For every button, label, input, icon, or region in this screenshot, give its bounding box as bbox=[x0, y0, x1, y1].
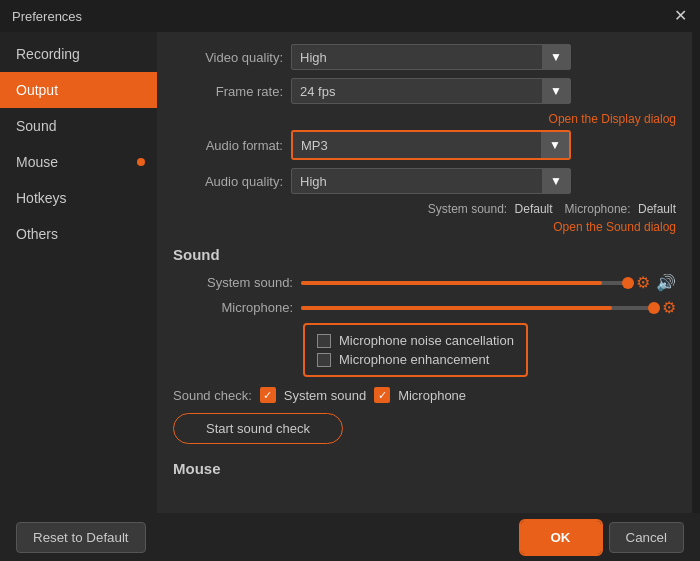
frame-rate-value: 24 fps bbox=[292, 84, 542, 99]
cancel-button[interactable]: Cancel bbox=[609, 522, 685, 553]
audio-format-box: MP3 ▼ bbox=[291, 130, 571, 160]
mouse-section-title: Mouse bbox=[173, 460, 676, 477]
audio-format-value: MP3 bbox=[293, 138, 541, 153]
bottom-bar: Reset to Default OK Cancel bbox=[0, 513, 700, 561]
sidebar-item-label: Recording bbox=[16, 46, 80, 62]
system-sound-icons: ⚙ 🔊 bbox=[636, 273, 676, 292]
audio-quality-value: High bbox=[292, 174, 542, 189]
open-sound-dialog-link[interactable]: Open the Sound dialog bbox=[553, 220, 676, 234]
video-quality-label: Video quality: bbox=[173, 50, 283, 65]
window-title: Preferences bbox=[12, 9, 82, 24]
sidebar-item-label: Sound bbox=[16, 118, 56, 134]
gear-icon[interactable]: ⚙ bbox=[662, 298, 676, 317]
noise-cancellation-label: Microphone noise cancellation bbox=[339, 333, 514, 348]
chevron-down-icon: ▼ bbox=[542, 169, 570, 193]
system-sound-slider-label: System sound: bbox=[173, 275, 293, 290]
sound-check-row: Sound check: ✓ System sound ✓ Microphone bbox=[173, 387, 676, 403]
scrollbar[interactable] bbox=[692, 32, 700, 513]
system-sound-check-label: System sound bbox=[284, 388, 366, 403]
video-quality-select[interactable]: High ▼ bbox=[291, 44, 571, 70]
microphone-status: Microphone: Default bbox=[565, 202, 676, 216]
microphone-slider-row: Microphone: ⚙ bbox=[173, 298, 676, 317]
mic-enhancement-label: Microphone enhancement bbox=[339, 352, 489, 367]
sidebar-item-label: Output bbox=[16, 82, 58, 98]
microphone-slider-label: Microphone: bbox=[173, 300, 293, 315]
sidebar-item-others[interactable]: Others bbox=[0, 216, 157, 252]
system-sound-slider-row: System sound: ⚙ 🔊 bbox=[173, 273, 676, 292]
system-sound-slider[interactable] bbox=[301, 281, 628, 285]
microphone-slider[interactable] bbox=[301, 306, 654, 310]
noise-cancellation-row: Microphone noise cancellation bbox=[317, 333, 514, 348]
main-content: Video quality: High ▼ Frame rate: 24 fps… bbox=[157, 32, 692, 513]
audio-format-select[interactable]: MP3 ▼ bbox=[293, 132, 569, 158]
close-button[interactable]: ✕ bbox=[672, 8, 688, 24]
sidebar-item-recording[interactable]: Recording bbox=[0, 36, 157, 72]
start-sound-check-button[interactable]: Start sound check bbox=[173, 413, 343, 444]
chevron-down-icon: ▼ bbox=[542, 45, 570, 69]
sidebar-item-label: Others bbox=[16, 226, 58, 242]
audio-quality-label: Audio quality: bbox=[173, 174, 283, 189]
frame-rate-select[interactable]: 24 fps ▼ bbox=[291, 78, 571, 104]
mic-enhancement-checkbox[interactable] bbox=[317, 353, 331, 367]
audio-format-row: Audio format: MP3 ▼ bbox=[173, 130, 676, 160]
microphone-options-box: Microphone noise cancellation Microphone… bbox=[303, 323, 528, 377]
noise-cancellation-checkbox[interactable] bbox=[317, 334, 331, 348]
sidebar-item-mouse[interactable]: Mouse bbox=[0, 144, 157, 180]
open-sound-dialog-row: Open the Sound dialog bbox=[173, 220, 676, 234]
sound-check-label: Sound check: bbox=[173, 388, 252, 403]
sidebar: Recording Output Sound Mouse Hotkeys Oth… bbox=[0, 32, 157, 513]
system-sound-status: System sound: Default bbox=[428, 202, 553, 216]
gear-icon[interactable]: ⚙ bbox=[636, 273, 650, 292]
speaker-icon[interactable]: 🔊 bbox=[656, 273, 676, 292]
microphone-check-checkbox[interactable]: ✓ bbox=[374, 387, 390, 403]
audio-quality-select[interactable]: High ▼ bbox=[291, 168, 571, 194]
sidebar-item-output[interactable]: Output bbox=[0, 72, 157, 108]
sidebar-item-label: Hotkeys bbox=[16, 190, 67, 206]
video-quality-row: Video quality: High ▼ bbox=[173, 44, 676, 70]
reset-to-default-button[interactable]: Reset to Default bbox=[16, 522, 146, 553]
sidebar-item-hotkeys[interactable]: Hotkeys bbox=[0, 180, 157, 216]
audio-quality-row: Audio quality: High ▼ bbox=[173, 168, 676, 194]
video-quality-value: High bbox=[292, 50, 542, 65]
sidebar-item-sound[interactable]: Sound bbox=[0, 108, 157, 144]
preferences-window: Preferences ✕ Recording Output Sound Mou… bbox=[0, 0, 700, 561]
frame-rate-label: Frame rate: bbox=[173, 84, 283, 99]
notification-dot bbox=[137, 158, 145, 166]
system-sound-check-checkbox[interactable]: ✓ bbox=[260, 387, 276, 403]
sidebar-item-label: Mouse bbox=[16, 154, 58, 170]
mic-enhancement-row: Microphone enhancement bbox=[317, 352, 514, 367]
microphone-check-label: Microphone bbox=[398, 388, 466, 403]
chevron-down-icon: ▼ bbox=[541, 132, 569, 158]
sound-status-row: System sound: Default Microphone: Defaul… bbox=[173, 202, 676, 216]
title-bar: Preferences ✕ bbox=[0, 0, 700, 32]
open-display-dialog-row: Open the Display dialog bbox=[173, 112, 676, 126]
ok-button[interactable]: OK bbox=[521, 521, 601, 554]
microphone-icons: ⚙ bbox=[662, 298, 676, 317]
audio-format-label: Audio format: bbox=[173, 138, 283, 153]
sound-section-title: Sound bbox=[173, 246, 676, 263]
frame-rate-row: Frame rate: 24 fps ▼ bbox=[173, 78, 676, 104]
chevron-down-icon: ▼ bbox=[542, 79, 570, 103]
content-area: Recording Output Sound Mouse Hotkeys Oth… bbox=[0, 32, 700, 513]
open-display-dialog-link[interactable]: Open the Display dialog bbox=[549, 112, 676, 126]
